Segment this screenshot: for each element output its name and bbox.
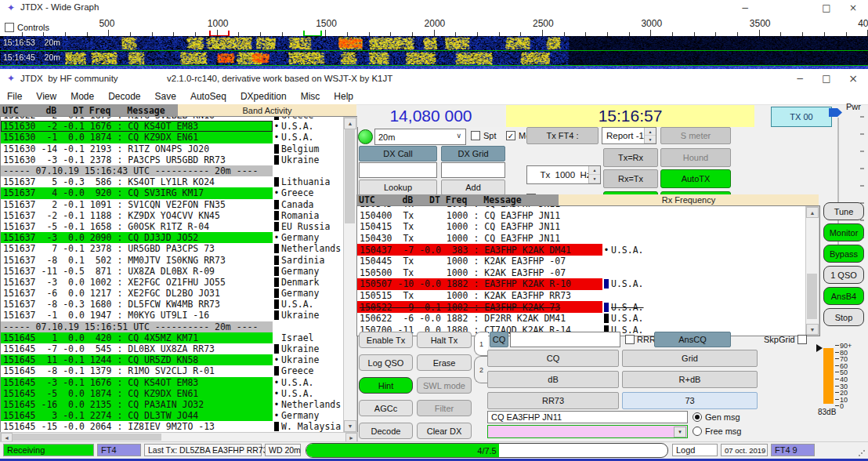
report-spinner[interactable]: Report -11 ▲▼	[602, 127, 656, 144]
ansb4-button[interactable]: AnsB4	[823, 287, 864, 305]
decode-row[interactable]: 151630 -2 -0.1 1676 : CQ KS4OT EM83•U.S.…	[1, 121, 343, 132]
decode-row[interactable]: 151645 -15 -0.0 2064 : IZ8IEV 9M2TO -13W…	[1, 421, 343, 432]
free-msg-combo[interactable]: ▼	[487, 425, 688, 438]
menu-view[interactable]: View	[29, 89, 63, 104]
decode-row[interactable]: 150415 Tx 1000 : CQ EA3FHP JN11	[357, 221, 805, 233]
dropdown-arrow-icon[interactable]: ▼	[674, 427, 686, 437]
decode-row[interactable]: 150400 Tx 1000 : CQ EA3FHP JN11	[357, 210, 805, 222]
decode-row[interactable]: 151630 -3 -0.1 2378 : PA3CPS UR5GBD RR73…	[1, 154, 343, 165]
close-icon[interactable]: ×	[840, 0, 866, 16]
tx-slot-indicator[interactable]: TX 00	[771, 107, 832, 127]
spin-up-icon[interactable]: ▲	[645, 128, 656, 136]
spt-checkbox[interactable]	[471, 131, 480, 140]
waterfall-display[interactable]	[0, 36, 868, 69]
s-meter-button[interactable]: S meter	[660, 127, 731, 144]
rx-eq-tx-button[interactable]: Rx=Tx	[603, 169, 658, 188]
maximize-icon[interactable]: □	[813, 0, 840, 16]
tx-mode-button[interactable]: Tx FT4 :	[526, 127, 599, 144]
resize-grip[interactable]	[859, 450, 865, 456]
decode-row[interactable]: 150445 Tx 1000 : K2AK EA3FHP -07	[357, 256, 805, 267]
scroll-up-icon[interactable]: ▲	[806, 207, 819, 218]
spin-down-icon[interactable]: ▼	[589, 175, 600, 183]
decode-row[interactable]: 151645 1 0.0 420 : CQ 4X5MZ KM71Israel	[1, 332, 343, 343]
decode-row[interactable]: 150515 Tx 1000 : K2AK EA3FHP RR73	[357, 290, 805, 302]
close-icon[interactable]: ×	[840, 69, 866, 88]
agcc-button[interactable]: AGCc	[359, 400, 413, 416]
decode-row[interactable]: 151645 -7 -0.0 545 : DL0BX UX8ZA RR73Ukr…	[1, 343, 343, 354]
decode-row[interactable]: 150622 -6 -0.0 1882 : DF2RR K2AK DM41U.S…	[357, 313, 805, 325]
decode-row[interactable]: 151637 -2 -0.1 1188 : KZ9DX YO4CVV KN45R…	[1, 210, 343, 221]
dx-grid-input[interactable]	[441, 162, 505, 178]
controls-checkbox[interactable]	[5, 23, 14, 32]
decode-row[interactable]: 150507 -10 -0.0 1882 : EA3FHP K2AK R-10U…	[357, 278, 805, 290]
decode-row[interactable]: 151637 -5 -0.1 1658 : G0OSK R1TZ R-04EU …	[1, 221, 343, 232]
minimize-icon[interactable]: −	[787, 69, 813, 88]
erase-button[interactable]: Erase	[417, 354, 472, 371]
lookup-button[interactable]: Lookup	[359, 180, 437, 195]
pwr-slider-handle[interactable]	[829, 108, 842, 117]
gen-msg-radio[interactable]	[693, 412, 702, 422]
anscq-button[interactable]: AnsCQ	[654, 332, 731, 347]
decode-row[interactable]: 151637 4 -0.0 920 : CQ SV3IRG KM17•Greec…	[1, 187, 343, 198]
decode-row[interactable]: 151637 -6 0.0 1217 : XE2FGC DL2BO JO31Ge…	[1, 288, 343, 299]
tune-button[interactable]: Tune	[823, 202, 864, 220]
decode-row[interactable]: 150430 Tx 1000 : CQ EA3FHP JN11	[357, 233, 805, 245]
rx-frequency-vscrollbar[interactable]: ▲ ▼	[805, 206, 819, 336]
halt-tx-button[interactable]: Halt Tx	[417, 332, 472, 348]
decode-row[interactable]: 151645 -3 -0.1 1676 : CQ KS4OT EM83•U.S.…	[1, 377, 343, 388]
wide-graph-titlebar[interactable]: ✦ JTDX - Wide Graph − □ ×	[0, 0, 868, 16]
msg-db-button[interactable]: dB	[487, 371, 619, 388]
spin-up-icon[interactable]: ▲	[589, 166, 600, 175]
decode-row[interactable]: 151637 7 -0.1 2378 : UR5GBD PA3CPS 73Net…	[1, 243, 343, 254]
decode-row[interactable]: 150437 -7 -0.0 383 : EA3FHP K2AK DM41•U.…	[357, 244, 805, 256]
decode-row[interactable]: 151637 -11 -0.5 871 : UX8ZA DL0BX R-09Ge…	[1, 266, 343, 277]
decode-row[interactable]: 151630 -1 0.0 1874 : CQ KZ9DX EN61•U.S.A…	[1, 132, 343, 143]
msg-grid-button[interactable]: Grid	[622, 350, 758, 367]
monitor-button[interactable]: Monitor	[823, 223, 864, 241]
decode-row[interactable]: 151630 -14 -0.1 2193 : R1TZ ON4PS JO20Be…	[1, 143, 343, 154]
msg-73-button[interactable]: 73	[622, 392, 758, 409]
dx-call-input[interactable]	[359, 162, 437, 178]
tx-freq-spinner[interactable]: Tx 1000 Hz ▲▼	[526, 165, 601, 184]
skpgrid-checkbox[interactable]	[797, 335, 807, 344]
menu-autoseq[interactable]: AutoSeq	[183, 89, 233, 104]
decode-row[interactable]: 151637 -8 0.1 502 : MM0JTV IS0KNG RR73Sa…	[1, 254, 343, 265]
decode-row[interactable]: 151645 -16 0.0 2135 : CQ PA3AIN JO32•Net…	[1, 399, 343, 410]
hound-button[interactable]: Hound	[660, 148, 731, 167]
decode-button[interactable]: Decode	[359, 423, 413, 439]
maximize-icon[interactable]: □	[813, 69, 840, 88]
decode-row[interactable]: 151637 -3 0.0 2090 : CQ DJ3JD JO52•Germa…	[1, 232, 343, 243]
menu-save[interactable]: Save	[148, 89, 183, 104]
menu-help[interactable]: Help	[327, 89, 360, 104]
scroll-down-icon[interactable]: ▼	[344, 420, 356, 432]
menu-dxpedition[interactable]: DXpedition	[233, 89, 294, 104]
msg-rdb-button[interactable]: R+dB	[622, 371, 758, 388]
autotx-button[interactable]: AutoTX	[660, 169, 731, 188]
gen-msg-input[interactable]	[487, 411, 688, 423]
clear-dx-button[interactable]: Clear DX	[417, 423, 472, 439]
tab-messages-2[interactable]: 2	[474, 356, 488, 383]
log-qso-button[interactable]: Log QSO	[359, 354, 413, 371]
filter-button[interactable]: Filter	[417, 400, 472, 416]
decode-row[interactable]: 151637 -8 -0.3 1680 : DL5FCW KW4MB RR73U…	[1, 299, 343, 310]
decode-row[interactable]: 151645 3 -0.1 2274 : CQ DL3TW JO44•Germa…	[1, 410, 343, 421]
decode-row[interactable]: 151637 5 -0.3 586 : KS4OT LY1LR KO24Lith…	[1, 176, 343, 187]
swl-mode-button[interactable]: SWL mode	[417, 377, 472, 394]
cq-small-button[interactable]: CQ	[490, 332, 508, 347]
scroll-down-icon[interactable]: ▼	[806, 324, 819, 335]
msg-rr73-button[interactable]: RR73	[487, 392, 619, 409]
spin-down-icon[interactable]: ▼	[645, 136, 656, 143]
menu-file[interactable]: File	[0, 89, 29, 104]
menu-checkbox[interactable]: ✓	[506, 131, 515, 140]
add-button[interactable]: Add	[441, 180, 505, 195]
bypass-button[interactable]: Bypass	[823, 245, 864, 263]
stop-button[interactable]: Stop	[823, 308, 864, 326]
free-msg-radio[interactable]	[693, 427, 702, 436]
rrr-checkbox[interactable]	[625, 335, 635, 344]
decode-row[interactable]: 151637 -1 0.0 1947 : M0KYG UT9LI -16Ukra…	[1, 310, 343, 321]
decode-row[interactable]: 151645 -5 0.0 1874 : CQ KZ9DX EN61•U.S.A…	[1, 388, 343, 399]
enable-tx-button[interactable]: Enable Tx	[359, 332, 413, 348]
minimize-icon[interactable]: −	[732, 0, 758, 16]
1-qso-button[interactable]: 1 QSO	[823, 266, 864, 284]
decode-row[interactable]: 150522 -9 -0.1 1002 : EA3FHP K2AK 73U.S.…	[357, 301, 805, 313]
